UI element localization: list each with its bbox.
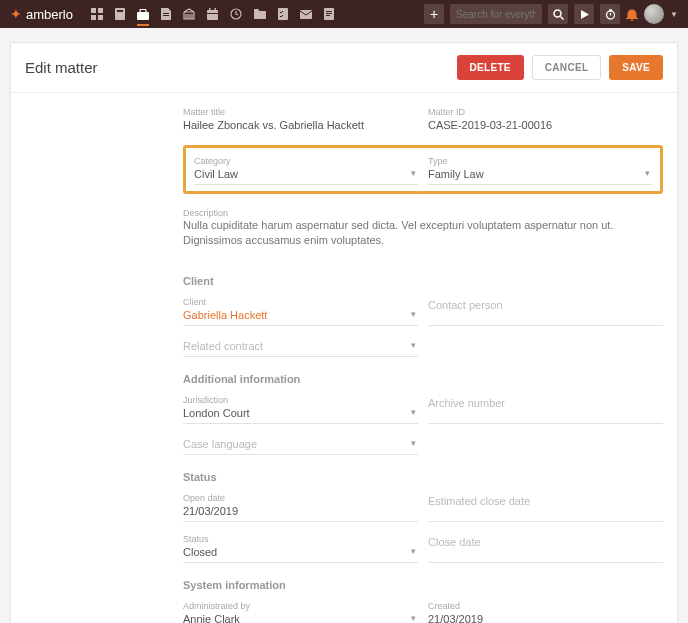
created-field: Created 21/03/2019	[428, 599, 663, 623]
jurisdiction-value: London Court	[183, 405, 418, 419]
chevron-down-icon: ▾	[645, 168, 650, 178]
category-label: Category	[194, 156, 418, 166]
category-value: Civil Law	[194, 166, 418, 180]
estimated-close-date-placeholder: Estimated close date	[428, 493, 663, 507]
additional-section: Additional information	[183, 373, 663, 385]
svg-rect-7	[140, 9, 146, 12]
edit-matter-card: Edit matter DELETE CANCEL SAVE Matter ti…	[10, 42, 678, 623]
type-label: Type	[428, 156, 652, 166]
estimated-close-date-field[interactable]: Estimated close date	[428, 491, 663, 522]
type-value: Family Law	[428, 166, 652, 180]
user-avatar[interactable]	[644, 4, 664, 24]
nav-calendar-icon[interactable]	[207, 8, 218, 20]
topbar-right: + ▼	[424, 4, 678, 24]
nav-mail-icon[interactable]	[300, 8, 312, 20]
play-icon[interactable]	[574, 4, 594, 24]
save-button[interactable]: SAVE	[609, 55, 663, 80]
svg-rect-6	[137, 12, 149, 20]
nav-icons	[91, 8, 334, 20]
type-select[interactable]: Type Family Law ▾	[428, 154, 652, 185]
search-box[interactable]	[450, 4, 542, 24]
notifications-icon[interactable]	[626, 8, 638, 21]
svg-rect-8	[163, 13, 169, 14]
case-language-placeholder: Case language	[183, 436, 418, 450]
search-submit-icon[interactable]	[548, 4, 568, 24]
nav-contacts-icon[interactable]	[115, 8, 125, 20]
description-label: Description	[183, 208, 663, 218]
nav-dashboard-icon[interactable]	[91, 8, 103, 20]
chevron-down-icon: ▾	[411, 546, 416, 556]
svg-rect-0	[91, 8, 96, 13]
created-label: Created	[428, 601, 663, 611]
category-select[interactable]: Category Civil Law ▾	[194, 154, 418, 185]
open-date-field[interactable]: Open date 21/03/2019	[183, 491, 418, 522]
spacer	[428, 336, 663, 357]
client-select[interactable]: Client Gabriella Hackett ▾	[183, 295, 418, 326]
svg-rect-11	[209, 8, 211, 11]
svg-rect-2	[91, 15, 96, 20]
delete-button[interactable]: DELETE	[457, 55, 524, 80]
status-label: Status	[183, 534, 418, 544]
created-value: 21/03/2019	[428, 611, 663, 623]
page: Edit matter DELETE CANCEL SAVE Matter ti…	[0, 28, 688, 623]
description-value: Nulla cupiditate harum aspernatur sed di…	[183, 218, 663, 255]
cancel-button[interactable]: CANCEL	[532, 55, 601, 80]
related-contract-select[interactable]: Related contract ▾	[183, 336, 418, 357]
svg-rect-4	[115, 8, 125, 20]
logo-icon: ✦	[10, 6, 22, 22]
nav-documents-icon[interactable]	[161, 8, 171, 20]
svg-rect-1	[98, 8, 103, 13]
svg-point-21	[554, 10, 561, 17]
chevron-down-icon: ▾	[411, 309, 416, 319]
nav-time-icon[interactable]	[230, 8, 242, 20]
svg-rect-15	[278, 8, 288, 20]
chevron-down-icon: ▾	[411, 438, 416, 448]
chevron-down-icon: ▾	[411, 340, 416, 350]
spacer	[428, 434, 663, 455]
nav-reports-icon[interactable]	[324, 8, 334, 20]
matter-title-field: Matter title Hailee Zboncak vs. Gabriell…	[183, 105, 418, 135]
card-header: Edit matter DELETE CANCEL SAVE	[11, 43, 677, 93]
create-button[interactable]: +	[424, 4, 444, 24]
matter-title-value: Hailee Zboncak vs. Gabriella Hackett	[183, 117, 418, 131]
client-label: Client	[183, 297, 418, 307]
jurisdiction-select[interactable]: Jurisdiction London Court ▾	[183, 393, 418, 424]
timer-icon[interactable]	[600, 4, 620, 24]
form: Matter title Hailee Zboncak vs. Gabriell…	[169, 93, 677, 623]
archive-number-field[interactable]: Archive number	[428, 393, 663, 424]
topbar: ✦ amberlo + ▼	[0, 0, 688, 28]
nav-matters-icon[interactable]	[137, 8, 149, 26]
client-section: Client	[183, 275, 663, 287]
close-date-field[interactable]: Close date	[428, 532, 663, 563]
svg-rect-13	[207, 13, 218, 14]
jurisdiction-label: Jurisdiction	[183, 395, 418, 405]
svg-rect-19	[326, 13, 332, 14]
svg-rect-10	[207, 10, 218, 20]
administrated-by-select[interactable]: Administrated by Annie Clark ▾	[183, 599, 418, 623]
matter-id-label: Matter ID	[428, 107, 663, 117]
page-title: Edit matter	[25, 59, 98, 76]
avatar-caret-icon[interactable]: ▼	[670, 10, 678, 19]
contact-person-field[interactable]: Contact person	[428, 295, 663, 326]
matter-title-label: Matter title	[183, 107, 418, 117]
brand-logo[interactable]: ✦ amberlo	[10, 6, 73, 22]
system-section: System information	[183, 579, 663, 591]
open-date-value: 21/03/2019	[183, 503, 418, 517]
matter-id-value: CASE-2019-03-21-00016	[428, 117, 663, 131]
archive-number-placeholder: Archive number	[428, 395, 663, 409]
nav-tasks-icon[interactable]	[278, 8, 288, 20]
contact-person-placeholder: Contact person	[428, 297, 663, 311]
case-language-select[interactable]: Case language ▾	[183, 434, 418, 455]
nav-folder-icon[interactable]	[254, 8, 266, 20]
status-value: Closed	[183, 544, 418, 558]
administrated-by-value: Annie Clark	[183, 611, 418, 623]
category-type-highlight: Category Civil Law ▾ Type Family Law ▾	[183, 145, 663, 194]
status-select[interactable]: Status Closed ▾	[183, 532, 418, 563]
header-actions: DELETE CANCEL SAVE	[457, 55, 663, 80]
svg-rect-3	[98, 15, 103, 20]
nav-billing-icon[interactable]	[183, 8, 195, 20]
close-date-placeholder: Close date	[428, 534, 663, 548]
svg-rect-20	[326, 15, 330, 16]
search-input[interactable]	[456, 9, 536, 20]
administrated-by-label: Administrated by	[183, 601, 418, 611]
